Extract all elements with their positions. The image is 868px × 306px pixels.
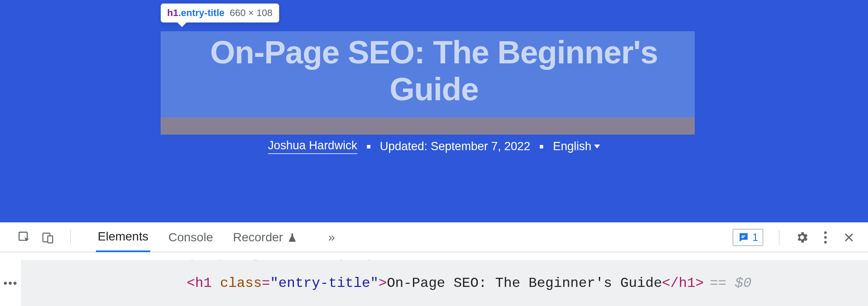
chat-icon <box>738 232 749 243</box>
console-ref: == $0 <box>710 275 752 291</box>
issues-count: 1 <box>752 231 758 243</box>
tooltip-tag: h1 <box>167 7 178 18</box>
issues-badge[interactable]: 1 <box>733 229 763 246</box>
toolbar-divider <box>70 230 71 245</box>
tab-label: Console <box>168 230 213 244</box>
tooltip-arrow-icon <box>177 17 187 27</box>
svg-rect-2 <box>48 236 53 243</box>
tab-console[interactable]: Console <box>167 224 215 251</box>
tabs-overflow-icon[interactable]: » <box>328 230 333 244</box>
svg-rect-4 <box>741 237 743 237</box>
expand-handle[interactable]: ••• <box>0 260 22 306</box>
tab-label: Elements <box>98 230 149 243</box>
devtools-panel: Elements Console Recorder » <box>0 222 868 306</box>
devtools-toolbar: Elements Console Recorder » <box>0 223 868 252</box>
toolbar-divider <box>779 230 779 245</box>
selected-element-row[interactable]: <h1 class="entry-title">On-Page SEO: The… <box>22 260 868 306</box>
meta-separator-icon <box>540 145 543 148</box>
chevron-down-icon <box>594 145 600 148</box>
tab-label: Recorder <box>233 230 283 244</box>
svg-rect-3 <box>741 235 745 236</box>
settings-icon[interactable] <box>795 230 809 244</box>
tooltip-class: .entry-title <box>178 7 224 18</box>
devtools-tabs: Elements Console Recorder » <box>96 223 332 252</box>
post-meta: Joshua Hardwick Updated: September 7, 20… <box>0 139 868 154</box>
inspect-tooltip: h1.entry-title 660 × 108 <box>161 3 279 23</box>
close-devtools-icon[interactable] <box>842 230 856 244</box>
inspect-element-icon[interactable] <box>17 230 31 244</box>
inspect-highlight-margin <box>161 117 695 135</box>
tab-elements[interactable]: Elements <box>96 223 150 252</box>
device-toolbar-icon[interactable] <box>41 230 55 244</box>
tooltip-dimensions: 660 × 108 <box>230 7 272 19</box>
language-label: English <box>553 140 591 153</box>
meta-separator-icon <box>367 145 370 148</box>
elements-panel: <header class="post-header"> ••• <h1 cla… <box>0 252 868 306</box>
tab-recorder[interactable]: Recorder <box>231 224 298 251</box>
language-dropdown[interactable]: English <box>553 140 600 153</box>
author-link[interactable]: Joshua Hardwick <box>268 139 357 154</box>
parent-element-row[interactable]: <header class="post-header"> <box>0 252 868 260</box>
page-preview: h1.entry-title 660 × 108 On-Page SEO: Th… <box>0 0 868 222</box>
flask-icon <box>287 233 297 242</box>
updated-date: Updated: September 7, 2022 <box>380 140 531 153</box>
page-title: On-Page SEO: The Beginner's Guide <box>174 34 695 108</box>
kebab-menu-icon[interactable] <box>818 230 832 244</box>
